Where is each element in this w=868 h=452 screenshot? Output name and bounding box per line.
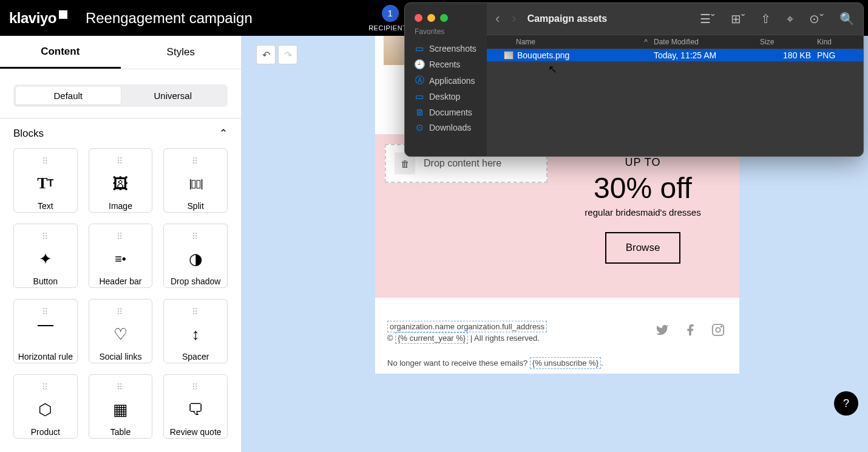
promo-text-block[interactable]: UP TO 30% off regular bridesmaid's dress…	[556, 144, 730, 288]
year-placeholder: {% current_year %}	[395, 332, 468, 344]
social-icons	[656, 323, 725, 340]
col-date-header[interactable]: Date Modified	[654, 38, 760, 46]
email-footer[interactable]: organization.name organization.full_addr…	[375, 298, 739, 374]
sidebar-documents[interactable]: 🗎Documents	[411, 104, 481, 120]
blocks-header-label: Blocks	[13, 128, 44, 140]
fav-text: Applications	[429, 76, 475, 86]
file-row-selected[interactable]: Bouquets.png Today, 11:25 AM 180 KB PNG	[487, 49, 863, 61]
block-button[interactable]: ⠿✦Button	[13, 224, 78, 288]
button-icon: ✦	[39, 250, 52, 268]
drag-handle-icon: ⠿	[192, 382, 199, 392]
panel-tabs: Content Styles	[0, 36, 241, 69]
sidebar-downloads[interactable]: ⊙Downloads	[411, 120, 481, 135]
block-product[interactable]: ⠿⬡Product	[13, 374, 78, 439]
rights-text: | All rights reserved.	[468, 334, 540, 343]
search-icon[interactable]: 🔍	[839, 12, 855, 26]
grid-view-icon[interactable]: ⊞ˇ	[731, 12, 745, 26]
share-icon[interactable]: ⇧	[761, 12, 771, 26]
tag-icon[interactable]: ⌖	[787, 12, 793, 26]
drag-handle-icon: ⠿	[42, 307, 49, 317]
finder-window[interactable]: Favorites ▭Screenshots 🕘Recents ⒶApplica…	[404, 2, 864, 157]
file-kind: PNG	[817, 50, 863, 60]
finder-main: ‹ › Campaign assets ☰ˇ ⊞ˇ ⇧ ⌖ ⊙ˇ 🔍 Name^…	[487, 3, 863, 156]
block-review[interactable]: ⠿🗨Review quote	[163, 374, 228, 439]
block-label: Drop shadow	[171, 276, 221, 286]
finder-title: Campaign assets	[527, 13, 608, 24]
svg-point-1	[716, 327, 720, 332]
sidebar-screenshots[interactable]: ▭Screenshots	[411, 41, 481, 56]
maximize-window-button[interactable]	[440, 14, 448, 22]
copyright-symbol: ©	[387, 334, 395, 343]
block-header-bar[interactable]: ⠿≡•Header bar	[89, 224, 153, 288]
file-preview-icon	[504, 51, 514, 60]
browse-button[interactable]: Browse	[605, 232, 681, 264]
finder-toolbar-right: ☰ˇ ⊞ˇ ⇧ ⌖ ⊙ˇ 🔍	[700, 12, 855, 26]
minimize-window-button[interactable]	[427, 14, 435, 22]
block-drop-shadow[interactable]: ⠿◑Drop shadow	[163, 224, 228, 288]
block-hr[interactable]: ⠿Horizontal rule	[13, 299, 78, 363]
documents-icon: 🗎	[415, 107, 424, 117]
forward-button[interactable]: ›	[512, 11, 516, 27]
unsub-placeholder: {% unsubscribe %}	[530, 357, 601, 369]
drag-handle-icon: ⠿	[192, 231, 199, 241]
facebook-icon[interactable]	[683, 323, 697, 340]
block-label: Text	[38, 201, 53, 211]
promo-section: 🗑 Drop content here UP TO 30% off regula…	[375, 134, 739, 298]
fav-text: Documents	[429, 108, 472, 117]
segment-universal[interactable]: Universal	[121, 87, 226, 104]
left-panel: Content Styles Default Universal Blocks …	[0, 36, 242, 452]
block-label: Split	[188, 201, 204, 211]
unsub-pre-text: No longer want to receive these emails?	[387, 358, 530, 368]
block-source-segment: Default Universal	[13, 84, 228, 107]
campaign-title: Reengagement campaign	[86, 10, 253, 27]
split-icon: |▯▯|	[189, 174, 202, 193]
file-name-cell: Bouquets.png	[487, 50, 654, 60]
hr-icon	[38, 325, 53, 343]
step-num-1: 1	[382, 5, 399, 22]
clock-icon: 🕘	[415, 59, 424, 70]
tab-content[interactable]: Content	[0, 36, 121, 69]
apps-icon: Ⓐ	[415, 75, 424, 86]
sidebar-desktop[interactable]: ▭Desktop	[411, 89, 481, 104]
drag-handle-icon: ⠿	[192, 156, 199, 166]
segment-default[interactable]: Default	[16, 87, 121, 104]
blocks-grid: ⠿TTText ⠿🖼Image ⠿|▯▯|Split ⠿✦Button ⠿≡•H…	[0, 148, 241, 439]
undo-redo-toolbar: ↶ ↷	[256, 45, 297, 64]
block-table[interactable]: ⠿▦Table	[89, 374, 153, 439]
sidebar-applications[interactable]: ⒶApplications	[411, 72, 481, 89]
undo-button[interactable]: ↶	[256, 45, 276, 64]
twitter-icon[interactable]	[656, 323, 669, 340]
fav-text: Screenshots	[429, 44, 476, 53]
block-spacer[interactable]: ⠿↕Spacer	[163, 299, 228, 363]
chevron-up-icon: ⌃	[219, 127, 228, 140]
close-window-button[interactable]	[415, 14, 422, 22]
text-icon: TT	[37, 174, 53, 193]
block-label: Image	[109, 201, 132, 211]
back-button[interactable]: ‹	[495, 11, 500, 27]
block-text[interactable]: ⠿TTText	[13, 148, 78, 213]
more-icon[interactable]: ⊙ˇ	[809, 12, 824, 26]
drag-handle-icon: ⠿	[117, 231, 124, 241]
block-label: Header bar	[99, 276, 141, 286]
block-label: Social links	[99, 352, 141, 361]
block-label: Button	[33, 276, 58, 286]
block-social[interactable]: ⠿♡Social links	[89, 299, 153, 363]
col-kind-header[interactable]: Kind	[817, 38, 863, 46]
tab-styles[interactable]: Styles	[121, 36, 242, 69]
block-label: Table	[110, 427, 131, 437]
blocks-header[interactable]: Blocks ⌃	[0, 118, 241, 148]
list-view-icon[interactable]: ☰ˇ	[700, 12, 715, 26]
help-button[interactable]: ?	[834, 391, 858, 416]
block-split[interactable]: ⠿|▯▯|Split	[163, 148, 228, 213]
instagram-icon[interactable]	[711, 323, 725, 340]
drag-handle-icon: ⠿	[42, 156, 49, 166]
block-image[interactable]: ⠿🖼Image	[89, 148, 153, 213]
fav-text: Desktop	[429, 92, 460, 101]
promo-upto: UP TO	[562, 156, 724, 169]
sidebar-recents[interactable]: 🕘Recents	[411, 56, 481, 72]
file-name: Bouquets.png	[517, 50, 569, 60]
redo-button[interactable]: ↷	[278, 45, 297, 64]
col-size-header[interactable]: Size	[760, 38, 817, 46]
downloads-icon: ⊙	[415, 122, 424, 133]
col-name-header[interactable]: Name^	[487, 38, 654, 46]
